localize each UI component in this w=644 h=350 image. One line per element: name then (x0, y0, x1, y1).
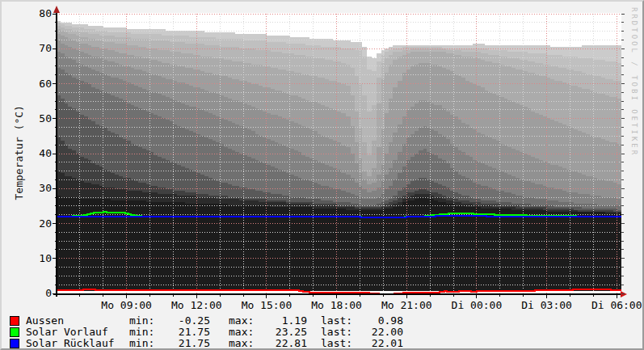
svg-text:60: 60 (39, 78, 52, 90)
legend-min-value: 21.75 (152, 338, 210, 349)
svg-text:30: 30 (39, 182, 52, 194)
svg-text:Mo 15:00: Mo 15:00 (242, 299, 293, 311)
svg-text:Di 00:00: Di 00:00 (452, 299, 503, 311)
legend-min-value: 21.75 (152, 327, 210, 338)
legend-swatch-red (10, 316, 19, 326)
legend-label: Solar Rücklauf (26, 338, 115, 349)
rrdtool-graph: 01020304050607080Mo 09:00Mo 12:00Mo 15:0… (0, 0, 644, 350)
legend-label: Solar Vorlauf (26, 327, 108, 338)
svg-text:40: 40 (39, 147, 52, 159)
svg-text:Mo 09:00: Mo 09:00 (101, 299, 152, 311)
svg-text:50: 50 (39, 112, 52, 124)
legend-min-caption: min: (129, 327, 154, 338)
legend-swatch-blue (10, 339, 19, 348)
svg-text:70: 70 (39, 42, 52, 54)
legend-min-caption: min: (129, 338, 154, 349)
legend-max-value: 22.81 (249, 338, 307, 349)
legend-label: Aussen (26, 315, 64, 327)
legend-last-value: 22.00 (345, 327, 403, 338)
legend-row-solar-vorlauf: Solar Vorlauf min: 21.75 max: 23.25 last… (2, 327, 642, 338)
temperature-chart: 01020304050607080Mo 09:00Mo 12:00Mo 15:0… (2, 2, 644, 313)
legend-row-aussen: Aussen min: -0.25 max: 1.19 last: 0.98 (2, 315, 642, 327)
y-axis-label: Temperatur (°C) (13, 108, 24, 200)
svg-text:80: 80 (39, 7, 52, 19)
svg-text:Mo 18:00: Mo 18:00 (311, 299, 362, 311)
svg-text:Mo 21:00: Mo 21:00 (381, 299, 432, 311)
svg-text:Di 06:00: Di 06:00 (591, 299, 642, 311)
legend-min-caption: min: (129, 315, 154, 327)
svg-text:20: 20 (39, 217, 52, 230)
legend-max-value: 23.25 (249, 327, 307, 338)
legend-min-value: -0.25 (152, 315, 210, 327)
legend-last-value: 0.98 (345, 315, 403, 327)
rrdtool-watermark: RRDTOOL / TOBI OETIKER (630, 7, 638, 157)
legend-last-value: 22.01 (345, 338, 403, 349)
legend-max-value: 1.19 (249, 315, 307, 327)
svg-text:Di 03:00: Di 03:00 (521, 299, 572, 311)
svg-text:Mo 12:00: Mo 12:00 (171, 299, 222, 311)
svg-text:10: 10 (39, 252, 52, 264)
legend-row-solar-ruecklauf: Solar Rücklauf min: 21.75 max: 22.81 las… (2, 338, 642, 349)
legend-swatch-green (10, 327, 19, 337)
svg-text:0: 0 (45, 287, 52, 299)
